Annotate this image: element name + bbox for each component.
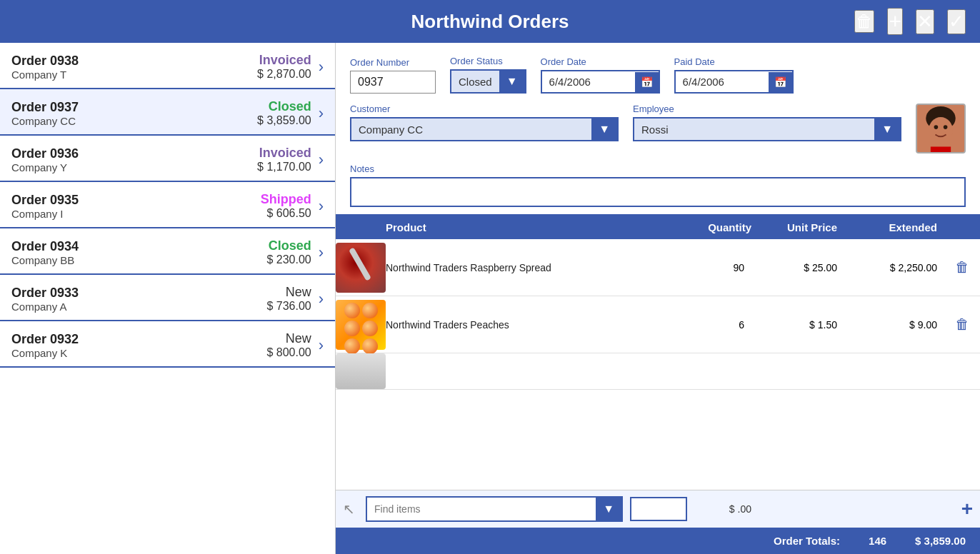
order-status-select[interactable]: Closed ▼ [450,69,526,94]
form-row-1: Order Number Order Status Closed ▼ Order… [350,56,966,94]
product-quantity: 6 [680,319,759,331]
table-row: Northwind Traders Raspberry Spread 90 $ … [336,239,980,296]
order-number-label: Order Number [350,57,436,68]
order-status: Invoiced [226,53,311,68]
partial-product-image [336,353,386,389]
customer-value: Company CC [351,119,591,140]
list-item[interactable]: Order 0937 Company CC Closed $ 3,859.00 … [0,89,335,136]
order-number: Order 0938 [11,54,226,69]
order-amount: $ 230.00 [226,253,311,266]
list-item[interactable]: Order 0933 Company A New $ 736.00 › [0,275,335,321]
order-status-group: Order Status Closed ▼ [450,56,526,94]
order-amount: $ 800.00 [226,346,311,359]
notes-label: Notes [350,163,966,174]
app-header: Northwind Orders 🗑 + ✕ ✓ [0,0,980,43]
product-thumbnail [336,243,379,293]
order-number: Order 0937 [11,100,226,115]
product-name: Northwind Traders Peaches [379,319,680,331]
product-quantity: 90 [680,262,759,273]
paid-date-input[interactable]: 📅 [674,70,794,94]
order-number: Order 0933 [11,286,226,301]
employee-select[interactable]: Rossi ▼ [633,117,901,141]
paid-date-calendar-btn[interactable]: 📅 [769,72,792,92]
paid-date-group: Paid Date 📅 [674,56,794,94]
product-extended: $ 9.00 [844,319,944,331]
table-row: Northwind Traders Peaches 6 $ 1.50 $ 9.0… [336,296,980,353]
svg-point-3 [934,125,939,129]
col-product-label: Product [379,221,680,233]
chevron-right-icon: › [319,58,324,76]
find-items-dropdown-btn[interactable]: ▼ [596,498,621,520]
col-quantity-label: Quantity [680,221,759,233]
order-date-field[interactable] [542,71,635,92]
order-status-label: Order Status [450,56,526,66]
confirm-button[interactable]: ✓ [947,9,966,34]
product-delete-button[interactable]: 🗑 [944,316,980,333]
employee-group: Employee Rossi ▼ [633,104,901,141]
order-totals-amount: $ 3,859.00 [915,535,966,547]
delete-button[interactable]: 🗑 [854,10,874,33]
employee-dropdown-btn[interactable]: ▼ [874,119,900,140]
order-date-group: Order Date 📅 [541,56,660,94]
product-unit-price: $ 1.50 [759,319,844,331]
employee-photo-svg [917,104,964,153]
list-item[interactable]: Order 0932 Company K New $ 800.00 › [0,321,335,368]
raspberry-spread-image [336,243,386,293]
order-company: Company A [11,301,226,313]
order-company: Company I [11,208,226,220]
product-unit-price: $ 25.00 [759,262,844,273]
form-row-2: Customer Company CC ▼ Employee Rossi ▼ [350,104,966,153]
order-date-input[interactable]: 📅 [541,70,660,94]
product-thumbnail [336,300,379,350]
employee-value: Rossi [634,119,874,140]
svg-point-4 [944,125,948,129]
customer-select[interactable]: Company CC ▼ [350,117,619,141]
list-item[interactable]: Order 0934 Company BB Closed $ 230.00 › [0,228,335,275]
order-status-value: Closed [451,71,499,92]
order-number-group: Order Number [350,57,436,94]
chevron-right-icon: › [319,151,324,169]
order-company: Company T [11,69,226,81]
order-status: New [226,331,311,346]
order-amount: $ 736.00 [226,300,311,313]
order-status: Closed [226,99,311,114]
order-company: Company BB [11,254,226,266]
form-area: Order Number Order Status Closed ▼ Order… [336,43,980,216]
col-unit-price-label: Unit Price [759,221,844,233]
col-extended-label: Extended [844,221,944,233]
order-date-calendar-btn[interactable]: 📅 [635,72,659,92]
find-items-wrapper: ▼ [366,496,623,522]
product-delete-button[interactable]: 🗑 [944,259,980,276]
svg-rect-5 [931,146,951,153]
employee-label: Employee [633,104,901,114]
customer-dropdown-btn[interactable]: ▼ [591,119,617,140]
order-status-dropdown-btn[interactable]: ▼ [499,71,525,92]
list-item[interactable]: Order 0936 Company Y Invoiced $ 1,170.00… [0,136,335,182]
order-status: New [226,285,311,300]
add-button[interactable]: + [887,8,903,35]
product-thumbnail [336,353,379,389]
close-button[interactable]: ✕ [916,9,934,34]
quantity-input[interactable] [630,497,687,521]
order-totals-quantity: 146 [869,535,886,547]
order-status: Shipped [226,192,311,207]
notes-input[interactable] [350,177,966,207]
list-item[interactable]: Order 0935 Company I Shipped $ 606.50 › [0,182,335,228]
products-table-header: Product Quantity Unit Price Extended [336,216,980,239]
product-extended: $ 2,250.00 [844,262,944,273]
find-items-input[interactable] [367,498,596,520]
paid-date-field[interactable] [676,71,769,92]
order-list: Order 0938 Company T Invoiced $ 2,870.00… [0,43,336,554]
list-item[interactable]: Order 0938 Company T Invoiced $ 2,870.00… [0,43,335,89]
products-area: Product Quantity Unit Price Extended Nor… [336,216,980,554]
order-number-input[interactable] [350,71,436,94]
chevron-right-icon: › [319,104,324,123]
app-title: Northwind Orders [411,11,569,33]
order-totals: Order Totals: 146 $ 3,859.00 [336,528,980,554]
chevron-right-icon: › [319,290,324,308]
add-item-amount: $ .00 [694,503,751,515]
add-item-button[interactable]: + [961,498,973,520]
order-totals-label: Order Totals: [774,535,840,547]
order-number: Order 0932 [11,332,226,347]
order-status: Invoiced [226,146,311,161]
